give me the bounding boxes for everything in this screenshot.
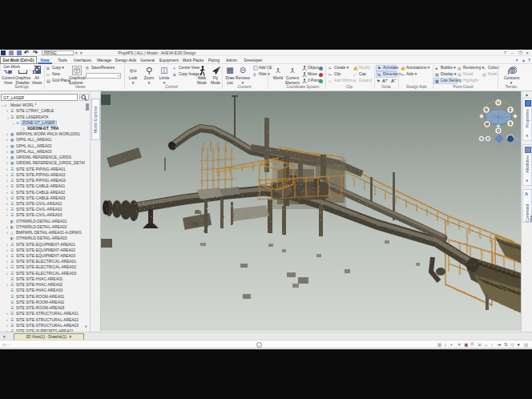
svg-text:W: W [486, 123, 490, 127]
svg-text:U: U [497, 101, 500, 105]
svg-text:O: O [497, 129, 500, 133]
svg-text:N: N [485, 108, 488, 112]
